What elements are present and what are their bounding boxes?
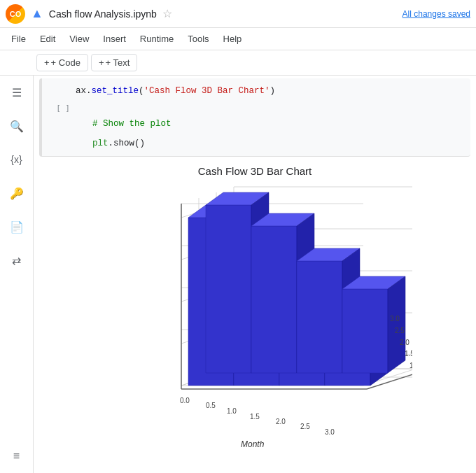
y-tick-25: 2.5 [395, 327, 405, 334]
svg-marker-43 [251, 226, 297, 373]
sidebar-secrets-icon[interactable]: 🔑 [6, 182, 28, 204]
cell-gutter-3 [48, 135, 76, 136]
main-layout: ☰ 🔍 {x} 🔑 📄 ⇄ ≡ ax.set_title('Cash Flow … [0, 76, 476, 473]
sidebar-search-icon[interactable]: 🔍 [6, 115, 28, 137]
x-tick-2: 2.0 [276, 418, 286, 425]
menu-help[interactable]: Help [218, 31, 248, 47]
topbar: CO ▲ Cash flow Analysis.ipynb ☆ All chan… [0, 0, 476, 28]
menu-file[interactable]: File [6, 31, 31, 47]
text-btn-label: + Text [105, 57, 130, 68]
code-comment[interactable]: # Show the plot [76, 115, 465, 132]
y-tick-2: 2.0 [400, 339, 410, 346]
svg-marker-49 [342, 289, 388, 373]
code-btn-label: + Code [51, 57, 80, 68]
sidebar-variables-icon[interactable]: {x} [6, 148, 28, 171]
sidebar-files-icon[interactable]: 📄 [6, 216, 28, 238]
menu-runtime[interactable]: Runtime [134, 31, 179, 47]
menu-insert[interactable]: Insert [97, 31, 132, 47]
menu-edit[interactable]: Edit [34, 31, 61, 47]
content-area: ax.set_title('Cash Flow 3D Bar Chart') [… [34, 76, 476, 473]
x-tick-25: 2.5 [300, 423, 310, 430]
save-status: All changes saved [402, 9, 470, 19]
x-tick-3: 3.0 [325, 428, 335, 436]
code-line-plt: plt.show() [42, 134, 470, 153]
y-tick-1: 1.0 [410, 362, 412, 369]
bar-1-3 [342, 276, 405, 373]
cell-bracket-line: [ ] [42, 101, 470, 114]
toolbar: + + Code + + Text [0, 50, 476, 76]
empty-cell[interactable] [76, 102, 465, 105]
cell-bracket: [ ] [48, 102, 76, 113]
svg-marker-46 [297, 261, 342, 373]
x-tick-0: 0.0 [180, 397, 190, 404]
plus-code-icon: + [44, 57, 50, 68]
chart-area: Cash Flow 3D Bar Chart [34, 160, 476, 473]
code-cell: ax.set_title('Cash Flow 3D Bar Chart') [… [39, 78, 470, 157]
sidebar-command-palette-icon[interactable]: ≡ [6, 445, 28, 467]
menubar: File Edit View Insert Runtime Tools Help [0, 28, 476, 50]
svg-marker-40 [206, 205, 251, 373]
add-text-button[interactable]: + + Text [91, 54, 137, 71]
colab-logo: CO [6, 4, 25, 24]
code-plt-show[interactable]: plt.show() [76, 135, 465, 152]
x-tick-1: 1.0 [227, 407, 237, 415]
x-tick-05: 0.5 [206, 402, 216, 409]
star-icon[interactable]: ☆ [162, 7, 172, 20]
colab-logo-text: CO [10, 10, 22, 18]
code-line-1: ax.set_title('Cash Flow 3D Bar Chart') [42, 81, 470, 101]
cell-gutter-2 [48, 115, 76, 117]
code-content[interactable]: ax.set_title('Cash Flow 3D Bar Chart') [76, 83, 465, 99]
chart-svg: 0 200 400 600 800 0.0 0.5 1.0 1.5 2.0 2.… [97, 183, 412, 473]
chart-svg-container: 0 200 400 600 800 0.0 0.5 1.0 1.5 2.0 2.… [97, 183, 412, 473]
x-tick-15: 1.5 [250, 413, 260, 421]
y-tick-3: 3.0 [390, 315, 400, 323]
code-line-comment: # Show the plot [42, 114, 470, 134]
sidebar-toc-icon[interactable]: ☰ [6, 81, 28, 104]
x-axis-label: Month [241, 439, 265, 449]
chart-title: Cash Flow 3D Bar Chart [198, 165, 312, 177]
add-code-button[interactable]: + + Code [36, 54, 88, 71]
sidebar-diff-icon[interactable]: ⇄ [6, 249, 28, 271]
drive-icon: ▲ [31, 6, 43, 21]
sidebar: ☰ 🔍 {x} 🔑 📄 ⇄ ≡ [0, 76, 34, 473]
file-title[interactable]: Cash flow Analysis.ipynb [49, 8, 157, 20]
menu-tools[interactable]: Tools [182, 31, 214, 47]
menu-view[interactable]: View [64, 31, 94, 47]
cell-gutter [48, 83, 76, 84]
svg-marker-51 [388, 276, 405, 373]
y-tick-15: 1.5 [405, 350, 412, 358]
plus-text-icon: + [99, 57, 104, 68]
